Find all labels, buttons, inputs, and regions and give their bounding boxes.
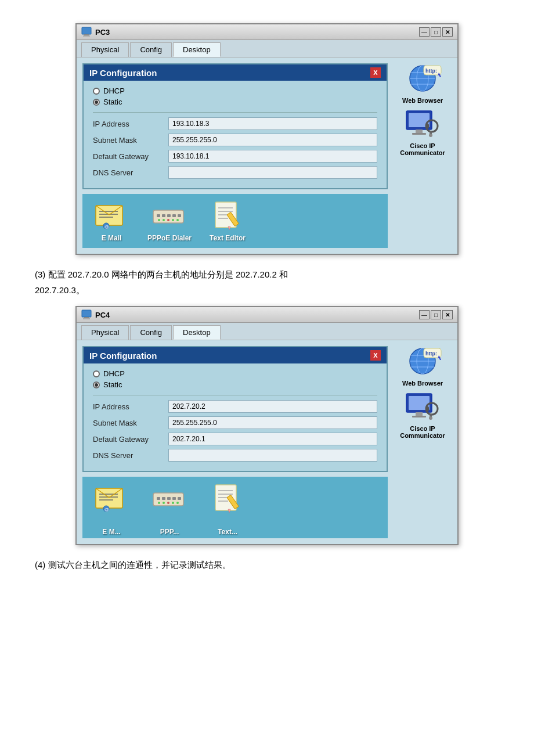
svg-rect-39 <box>416 129 423 133</box>
pc4-dns-label: DNS Server <box>93 451 168 460</box>
pc4-static-radio[interactable] <box>93 381 100 388</box>
svg-text:@: @ <box>104 507 109 512</box>
svg-rect-60 <box>172 497 176 500</box>
pc4-pppoe-icon <box>152 483 187 514</box>
pc4-tab-desktop[interactable]: Desktop <box>173 325 221 340</box>
pc4-ip-config-close-btn[interactable]: X <box>370 350 381 361</box>
pc4-gateway-input[interactable] <box>168 433 377 445</box>
pc3-title-text: PC3 <box>95 28 110 37</box>
pc4-cisco-ip-item[interactable]: Cisco IPCommunicator <box>400 391 445 439</box>
pc3-side-panel: http: Web Browser <box>394 63 452 248</box>
pc3-pppoe-icon-item[interactable]: PPPoE Dialer <box>146 200 193 242</box>
pc4-controls: — □ ✕ <box>419 310 453 319</box>
pc3-close-btn[interactable]: ✕ <box>442 27 453 37</box>
pc3-dns-row: DNS Server <box>93 166 377 179</box>
svg-rect-58 <box>162 497 165 500</box>
pc4-static-option[interactable]: Static <box>93 380 377 389</box>
pc4-minimize-btn[interactable]: — <box>419 310 430 319</box>
pc4-maximize-btn[interactable]: □ <box>431 310 441 319</box>
pc4-subnet-input[interactable] <box>168 416 377 429</box>
pc3-dhcp-radio[interactable] <box>93 88 100 95</box>
pc3-ip-input[interactable] <box>168 117 377 130</box>
pc3-ip-config-close-btn[interactable]: X <box>370 67 381 78</box>
pc3-web-browser-item[interactable]: http: Web Browser <box>402 63 443 104</box>
pc3-gateway-input[interactable] <box>168 150 377 163</box>
pc3-cisco-ip-icon <box>402 109 443 141</box>
pc3-gateway-label: Default Gateway <box>93 152 168 161</box>
pc4-dhcp-radio[interactable] <box>93 370 100 377</box>
pc3-tab-physical[interactable]: Physical <box>81 42 129 57</box>
pc4-dhcp-label: DHCP <box>103 369 125 378</box>
pc4-ip-input[interactable] <box>168 400 377 413</box>
svg-point-63 <box>163 502 165 504</box>
pc4-web-browser-icon: http: <box>402 346 443 378</box>
pc3-controls: — □ ✕ <box>419 27 453 37</box>
pc4-content: IP Configuration X DHCP Static <box>77 340 457 544</box>
pc4-subnet-label: Subnet Mask <box>93 419 168 427</box>
pc3-ip-row: IP Address <box>93 117 377 130</box>
pc4-text-editor-icon-item[interactable]: Text Editor <box>204 483 251 523</box>
pc3-ip-config-title: IP Configuration <box>89 68 157 78</box>
pc3-tab-config[interactable]: Config <box>130 42 172 57</box>
pc3-title-icon <box>81 27 92 37</box>
pc3-content: IP Configuration X DHCP Static <box>77 57 457 254</box>
pc3-ip-config: IP Configuration X DHCP Static <box>82 63 388 189</box>
pc4-text-editor-icon <box>210 483 245 514</box>
pc4-gateway-row: Default Gateway <box>93 433 377 445</box>
pc3-subnet-label: Subnet Mask <box>93 136 168 145</box>
svg-rect-84 <box>416 412 423 416</box>
pc4-title-area: PC4 <box>81 309 110 320</box>
pc3-text-editor-icon-item[interactable]: Text Editor <box>204 200 251 242</box>
pc3-dns-input[interactable] <box>168 166 377 179</box>
pc4-dhcp-option[interactable]: DHCP <box>93 369 377 378</box>
pc3-radio-group: DHCP Static <box>93 87 377 106</box>
pc3-ip-config-body: DHCP Static IP Address <box>84 81 387 188</box>
pc3-gateway-row: Default Gateway <box>93 150 377 163</box>
svg-marker-73 <box>228 509 230 513</box>
pc3-email-label: E Mail <box>102 234 122 242</box>
svg-point-64 <box>167 502 169 504</box>
svg-rect-40 <box>412 133 426 135</box>
pc3-email-icon-item[interactable]: @ E Mail <box>88 200 135 242</box>
svg-rect-57 <box>157 497 160 500</box>
svg-text:@: @ <box>104 224 109 229</box>
pc4-dns-input[interactable] <box>168 449 377 462</box>
svg-rect-16 <box>178 214 181 217</box>
pc4-pppoe-icon-item[interactable]: PPPoE Dialer <box>146 483 193 523</box>
pc3-static-radio[interactable] <box>93 99 100 106</box>
pc4-ip-config-title: IP Configuration <box>89 351 157 361</box>
pc4-static-label: Static <box>103 380 122 389</box>
pc4-web-browser-item[interactable]: http: Web Browser <box>402 346 443 387</box>
pc4-side-panel: http: Web Browser <box>394 346 452 538</box>
pc3-window: PC3 — □ ✕ Physical Config Desktop IP Con… <box>75 23 459 255</box>
pc3-minimize-btn[interactable]: — <box>419 27 430 37</box>
pc4-close-btn[interactable]: ✕ <box>442 310 453 319</box>
svg-text:http:: http: <box>425 68 437 74</box>
pc3-dns-label: DNS Server <box>93 168 168 177</box>
pc3-maximize-btn[interactable]: □ <box>431 27 441 37</box>
pc4-tabs: Physical Config Desktop <box>77 323 457 340</box>
pc3-pppoe-icon <box>152 200 187 232</box>
pc4-email-icon-item[interactable]: @ E Mail <box>88 483 135 523</box>
pc3-tab-desktop[interactable]: Desktop <box>173 42 221 57</box>
pc4-gateway-label: Default Gateway <box>93 435 168 444</box>
pc3-tabs: Physical Config Desktop <box>77 40 457 57</box>
pc3-static-option[interactable]: Static <box>93 98 377 106</box>
svg-rect-85 <box>412 416 426 417</box>
paragraph2: (4) 测试六台主机之间的连通性，并记录测试结果。 <box>35 557 499 573</box>
pc3-cisco-ip-label: Cisco IPCommunicator <box>400 142 445 156</box>
pc4-divider <box>93 395 377 395</box>
pc3-ip-config-header: IP Configuration X <box>84 64 387 81</box>
svg-point-88 <box>429 416 432 420</box>
svg-rect-0 <box>82 27 91 34</box>
pc4-ip-config: IP Configuration X DHCP Static <box>82 346 388 472</box>
svg-rect-89 <box>426 406 429 411</box>
pc4-tab-config[interactable]: Config <box>130 325 172 340</box>
pc4-tab-physical[interactable]: Physical <box>81 325 129 340</box>
svg-marker-28 <box>228 226 230 230</box>
pc3-subnet-input[interactable] <box>168 134 377 146</box>
pc3-dhcp-option[interactable]: DHCP <box>93 87 377 95</box>
pc3-cisco-ip-item[interactable]: Cisco IPCommunicator <box>400 109 445 156</box>
pc4-dns-row: DNS Server <box>93 449 377 462</box>
svg-point-62 <box>158 502 160 504</box>
